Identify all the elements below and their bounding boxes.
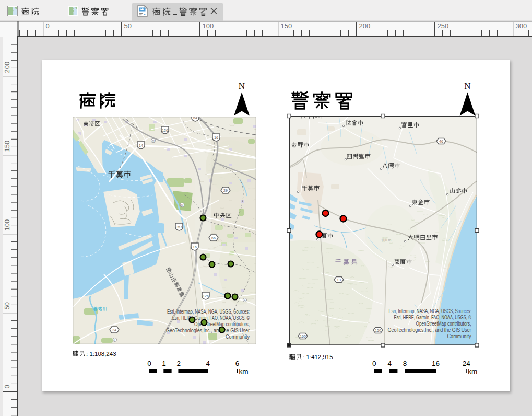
svg-text:2: 2 xyxy=(176,360,181,367)
svg-text:Community: Community xyxy=(447,333,471,339)
svg-text:N: N xyxy=(464,81,470,91)
svg-text:1: 1 xyxy=(162,360,166,367)
svg-text:13: 13 xyxy=(337,278,341,282)
svg-text:29: 29 xyxy=(223,189,228,192)
svg-text:4: 4 xyxy=(387,360,392,367)
svg-text:Esri, Intermap, NASA, NGA, USG: Esri, Intermap, NASA, NGA, USGS, Sources… xyxy=(388,308,471,314)
svg-text:126: 126 xyxy=(162,129,168,132)
svg-text:24: 24 xyxy=(463,360,471,367)
svg-text:16: 16 xyxy=(193,245,197,249)
svg-text:16: 16 xyxy=(432,360,440,367)
svg-text:16: 16 xyxy=(214,136,218,140)
svg-text:0: 0 xyxy=(372,360,376,367)
svg-text:24: 24 xyxy=(112,328,116,332)
svg-text:357: 357 xyxy=(176,225,182,229)
svg-text:0: 0 xyxy=(147,360,151,367)
svg-text:Community: Community xyxy=(226,333,250,340)
svg-text:N: N xyxy=(239,81,245,91)
svg-text:8: 8 xyxy=(403,360,407,367)
svg-text:km: km xyxy=(239,367,249,375)
svg-text:46: 46 xyxy=(439,140,443,143)
svg-text:150: 150 xyxy=(375,329,381,332)
svg-text:GeoTechnologies,Inc., and the: GeoTechnologies,Inc., and the GIS User xyxy=(387,327,471,333)
svg-text:Esri, Intermap, NASA, NGA, USG: Esri, Intermap, NASA, NGA, USGS, Sources… xyxy=(167,308,250,315)
svg-text:M: M xyxy=(181,203,184,206)
svg-text:126: 126 xyxy=(203,294,209,298)
svg-text:km: km xyxy=(468,367,477,375)
svg-text:160: 160 xyxy=(300,334,306,338)
svg-text:6: 6 xyxy=(235,360,240,367)
svg-text:66: 66 xyxy=(211,236,216,240)
svg-text:: 1:108,243: : 1:108,243 xyxy=(86,351,116,357)
svg-text:100 m: 100 m xyxy=(381,238,392,242)
svg-text:: 1:412,915: : 1:412,915 xyxy=(303,354,333,360)
svg-text:4: 4 xyxy=(206,360,210,367)
svg-text:14: 14 xyxy=(139,144,143,147)
svg-text:Esri, HERE, Garmin, FAO, NOAA,: Esri, HERE, Garmin, FAO, NOAA, USGS, © xyxy=(394,314,471,320)
svg-text:Esri, HERE, Garmin, FAO, NOAA,: Esri, HERE, Garmin, FAO, NOAA, USGS, © xyxy=(172,315,250,321)
svg-text:OpenStreetMap contributors,: OpenStreetMap contributors, xyxy=(416,320,471,327)
svg-text:M: M xyxy=(152,139,155,142)
svg-text:GeoTechnologies,Inc., and the: GeoTechnologies,Inc., and the GIS User xyxy=(166,327,250,333)
